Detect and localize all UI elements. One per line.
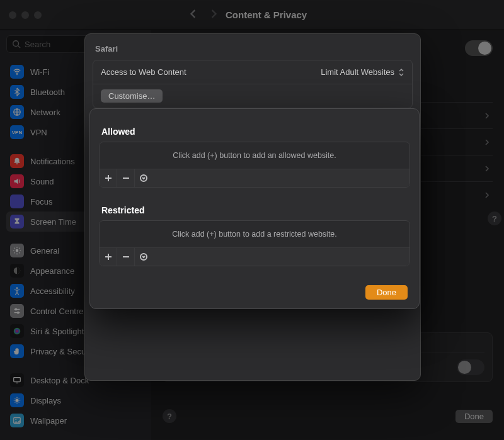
allowed-add-button[interactable] [100,169,117,187]
done-button[interactable]: Done [365,285,408,300]
safari-header: Safari [85,34,420,56]
customise-button[interactable]: Customise… [101,89,163,103]
restricted-remove-button[interactable] [117,248,135,266]
allowed-placeholder: Click add (+) button to add an allowed w… [100,142,410,169]
allowed-title: Allowed [90,120,419,142]
allowed-menu-button[interactable] [135,169,152,187]
restricted-placeholder: Click add (+) button to add a restricted… [100,221,410,247]
allowed-remove-button[interactable] [117,169,135,187]
web-content-label: Access to Web Content [101,67,186,77]
restricted-title: Restricted [90,199,419,220]
restricted-list: Click add (+) button to add a restricted… [99,220,410,266]
web-content-value: Limit Adult Websites [321,67,394,77]
allowed-list: Click add (+) button to add an allowed w… [99,142,410,188]
web-content-dropdown[interactable]: Limit Adult Websites [321,67,404,77]
restricted-menu-button[interactable] [135,248,152,266]
restricted-add-button[interactable] [100,248,117,266]
updown-chevron-icon [398,68,404,77]
allowed-restricted-sheet: Allowed Click add (+) button to add an a… [89,108,420,309]
